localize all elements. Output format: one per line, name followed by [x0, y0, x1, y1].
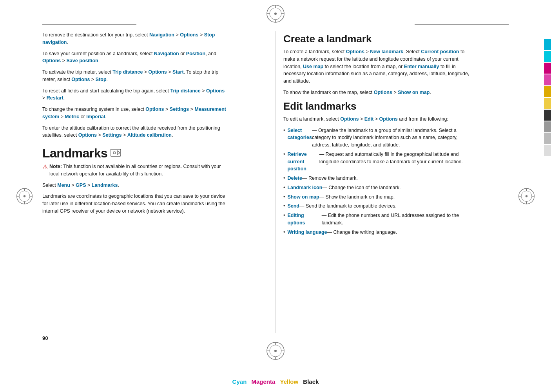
svg-marker-30	[118, 151, 120, 155]
tab-yellow2	[544, 98, 551, 109]
create-landmark-para1: To create a landmark, select Options > N…	[283, 48, 475, 85]
svg-point-9	[274, 350, 277, 352]
tab-magenta2	[544, 74, 551, 85]
note-body: This function is not available in all co…	[49, 164, 221, 177]
para-altitude: To enter the altitude calibration to cor…	[42, 125, 227, 139]
link-gps: GPS	[76, 182, 86, 188]
edit-mid-text: and from the following:	[398, 116, 448, 122]
para-trip-meter: To activate the trip meter, select Trip …	[42, 69, 227, 83]
link-navigation-1: Navigation	[149, 32, 174, 38]
bullet-link-2: Delete	[287, 175, 302, 182]
link-imperial: Imperial	[86, 114, 105, 119]
link-options-create-1: Options	[346, 49, 364, 54]
bullet-text-1: — Request and automatically fill in the …	[319, 151, 475, 166]
bullet-item-0: Select categories — Organise the landmar…	[283, 127, 475, 149]
link-show-on-map-create: Show on map	[398, 90, 430, 95]
bullet-link-7: Writing language	[287, 229, 327, 236]
link-options-4: Options	[71, 77, 90, 82]
note-text: Note: This function is not available in …	[49, 163, 227, 178]
link-save-position: Save position	[66, 58, 98, 63]
link-metric: Metric	[65, 114, 79, 119]
link-options-6: Options	[145, 107, 164, 112]
link-settings-1: Settings	[170, 107, 189, 112]
link-navigation-2: Navigation	[154, 51, 179, 56]
compass-left-icon	[16, 187, 33, 205]
right-column: Create a landmark To create a landmark, …	[283, 31, 475, 333]
bullet-text-3: — Change the icon of the landmark.	[322, 184, 401, 191]
line-bottom-right	[415, 341, 509, 341]
tab-gray1	[544, 121, 551, 132]
para-reset-trip: To reset all fields and start calculatin…	[42, 87, 227, 102]
link-position: Position	[186, 51, 205, 56]
link-options-2: Options	[42, 58, 61, 63]
bullet-link-1: Retrieve current position	[287, 151, 319, 173]
bullet-text-6: — Edit the phone numbers and URL address…	[322, 212, 475, 227]
link-options-edit-1: Options	[340, 116, 359, 122]
bullet-text-5: — Send the landmark to compatible device…	[299, 202, 397, 210]
link-trip-distance-2: Trip distance	[170, 88, 201, 94]
page-number: 90	[42, 335, 48, 341]
bullet-text-0: — Organise the landmark to a group of si…	[312, 127, 475, 149]
svg-point-2	[274, 13, 277, 15]
para-measurement: To change the measuring system in use, s…	[42, 106, 227, 121]
link-options-5: Options	[206, 88, 225, 94]
tab-gray3	[544, 145, 551, 156]
bullet-item-1: Retrieve current position — Request and …	[283, 151, 475, 173]
line-top-left	[42, 24, 136, 25]
compass-right-icon	[518, 187, 535, 205]
landmarks-map-icon	[111, 149, 121, 158]
bullet-text-4: — Show the landmark on the map.	[319, 193, 395, 201]
column-divider	[276, 31, 276, 333]
bullet-link-5: Send	[287, 202, 299, 210]
landmarks-title: Landmarks	[42, 146, 107, 161]
color-bar-magenta: Magenta	[250, 378, 276, 385]
note-icon: ⚠	[42, 163, 48, 171]
note-label: Note:	[49, 164, 62, 169]
line-top-right	[415, 24, 509, 25]
link-stop: Stop	[96, 77, 107, 82]
edit-landmarks-para1: To edit a landmark, select Options > Edi…	[283, 116, 475, 123]
bullet-item-5: Send — Send the landmark to compatible d…	[283, 202, 475, 210]
link-options-3: Options	[149, 69, 167, 75]
tab-black	[544, 110, 551, 121]
bullet-item-6: Editing options — Edit the phone numbers…	[283, 212, 475, 227]
line-bottom-left	[42, 341, 136, 341]
link-options-create-2: Options	[374, 90, 392, 95]
edit-bullet-list: Select categories — Organise the landmar…	[283, 127, 475, 236]
svg-point-16	[24, 195, 25, 197]
tab-magenta1	[544, 63, 551, 74]
color-tabs	[544, 39, 551, 156]
create-landmark-heading: Create a landmark	[283, 33, 475, 45]
link-altitude-calibration: Altitude calibration	[127, 132, 172, 138]
color-bar-yellow: Yellow	[279, 378, 299, 385]
edit-landmarks-heading: Edit landmarks	[283, 100, 475, 112]
bullet-link-6: Editing options	[287, 212, 321, 227]
link-options-1: Options	[180, 32, 198, 38]
bullet-link-0: Select categories	[287, 127, 312, 142]
link-settings-2: Settings	[102, 132, 121, 138]
tab-cyan2	[544, 51, 551, 62]
link-options-7: Options	[78, 132, 97, 138]
link-edit: Edit	[364, 116, 374, 122]
tab-yellow1	[544, 86, 551, 97]
bullet-item-4: Show on map — Show the landmark on the m…	[283, 193, 475, 201]
bullet-link-4: Show on map	[287, 193, 319, 201]
svg-point-29	[113, 152, 116, 154]
compass-bottom-icon	[266, 341, 285, 361]
link-start: Start	[172, 69, 183, 75]
landmarks-desc: Landmarks are coordinates to geographic …	[42, 193, 227, 215]
bullet-link-3: Landmark icon	[287, 184, 322, 191]
left-column: To remove the destination set for your t…	[42, 31, 227, 333]
link-current-position: Current position	[421, 49, 459, 54]
link-landmarks-menu: Landmarks	[92, 182, 118, 188]
link-enter-manually: Enter manually	[404, 64, 439, 69]
select-menu-gps: Select Menu > GPS > Landmarks.	[42, 182, 227, 189]
link-use-map: Use map	[303, 64, 323, 69]
create-landmark-para2: To show the landmark on the map, select …	[283, 89, 475, 96]
link-options-edit-2: Options	[379, 116, 398, 122]
tab-gray2	[544, 133, 551, 144]
note-block: ⚠ Note: This function is not available i…	[42, 163, 227, 178]
link-restart: Restart	[47, 95, 63, 101]
bullet-text-2: — Remove the landmark.	[302, 175, 358, 182]
para-stop-navigation: To remove the destination set for your t…	[42, 31, 227, 46]
